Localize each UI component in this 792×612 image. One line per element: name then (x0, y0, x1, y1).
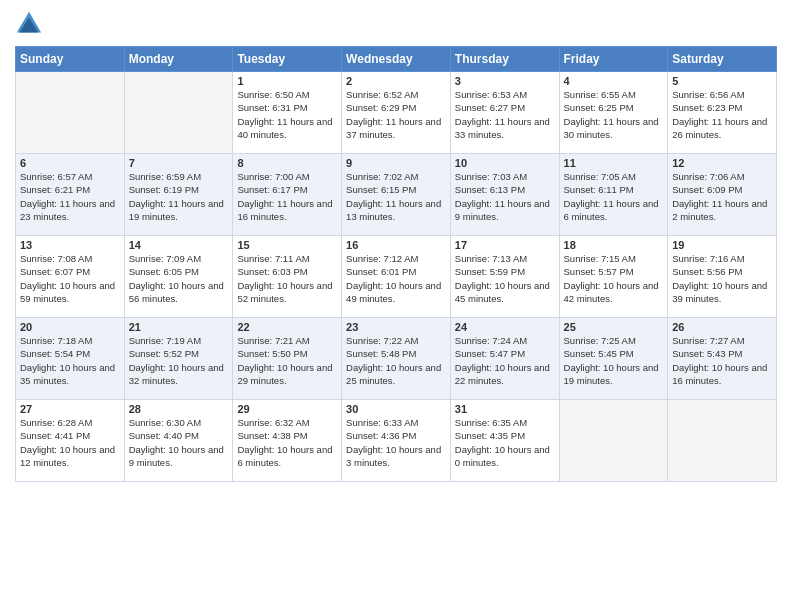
calendar-cell (559, 400, 668, 482)
calendar-cell: 18Sunrise: 7:15 AMSunset: 5:57 PMDayligh… (559, 236, 668, 318)
day-info: Sunrise: 7:13 AMSunset: 5:59 PMDaylight:… (455, 252, 555, 305)
day-number: 4 (564, 75, 664, 87)
calendar-cell: 5Sunrise: 6:56 AMSunset: 6:23 PMDaylight… (668, 72, 777, 154)
calendar-cell: 9Sunrise: 7:02 AMSunset: 6:15 PMDaylight… (342, 154, 451, 236)
calendar-cell: 28Sunrise: 6:30 AMSunset: 4:40 PMDayligh… (124, 400, 233, 482)
calendar-header-sunday: Sunday (16, 47, 125, 72)
calendar-cell: 25Sunrise: 7:25 AMSunset: 5:45 PMDayligh… (559, 318, 668, 400)
day-number: 27 (20, 403, 120, 415)
day-info: Sunrise: 7:05 AMSunset: 6:11 PMDaylight:… (564, 170, 664, 223)
day-number: 5 (672, 75, 772, 87)
day-info: Sunrise: 7:00 AMSunset: 6:17 PMDaylight:… (237, 170, 337, 223)
day-number: 1 (237, 75, 337, 87)
calendar-cell: 2Sunrise: 6:52 AMSunset: 6:29 PMDaylight… (342, 72, 451, 154)
day-number: 22 (237, 321, 337, 333)
day-number: 26 (672, 321, 772, 333)
day-number: 6 (20, 157, 120, 169)
day-info: Sunrise: 7:21 AMSunset: 5:50 PMDaylight:… (237, 334, 337, 387)
calendar-cell: 21Sunrise: 7:19 AMSunset: 5:52 PMDayligh… (124, 318, 233, 400)
calendar-cell: 13Sunrise: 7:08 AMSunset: 6:07 PMDayligh… (16, 236, 125, 318)
day-info: Sunrise: 7:18 AMSunset: 5:54 PMDaylight:… (20, 334, 120, 387)
calendar-cell (124, 72, 233, 154)
day-number: 19 (672, 239, 772, 251)
calendar: SundayMondayTuesdayWednesdayThursdayFrid… (15, 46, 777, 482)
day-number: 29 (237, 403, 337, 415)
calendar-cell (668, 400, 777, 482)
day-info: Sunrise: 7:16 AMSunset: 5:56 PMDaylight:… (672, 252, 772, 305)
calendar-week-4: 20Sunrise: 7:18 AMSunset: 5:54 PMDayligh… (16, 318, 777, 400)
calendar-week-2: 6Sunrise: 6:57 AMSunset: 6:21 PMDaylight… (16, 154, 777, 236)
day-info: Sunrise: 7:25 AMSunset: 5:45 PMDaylight:… (564, 334, 664, 387)
calendar-header-saturday: Saturday (668, 47, 777, 72)
day-number: 16 (346, 239, 446, 251)
calendar-cell: 27Sunrise: 6:28 AMSunset: 4:41 PMDayligh… (16, 400, 125, 482)
day-info: Sunrise: 7:06 AMSunset: 6:09 PMDaylight:… (672, 170, 772, 223)
day-info: Sunrise: 6:32 AMSunset: 4:38 PMDaylight:… (237, 416, 337, 469)
day-info: Sunrise: 6:56 AMSunset: 6:23 PMDaylight:… (672, 88, 772, 141)
calendar-cell: 22Sunrise: 7:21 AMSunset: 5:50 PMDayligh… (233, 318, 342, 400)
calendar-week-5: 27Sunrise: 6:28 AMSunset: 4:41 PMDayligh… (16, 400, 777, 482)
page: SundayMondayTuesdayWednesdayThursdayFrid… (0, 0, 792, 612)
logo (15, 10, 47, 38)
day-number: 21 (129, 321, 229, 333)
day-number: 2 (346, 75, 446, 87)
calendar-week-1: 1Sunrise: 6:50 AMSunset: 6:31 PMDaylight… (16, 72, 777, 154)
calendar-cell: 1Sunrise: 6:50 AMSunset: 6:31 PMDaylight… (233, 72, 342, 154)
day-number: 28 (129, 403, 229, 415)
calendar-cell: 23Sunrise: 7:22 AMSunset: 5:48 PMDayligh… (342, 318, 451, 400)
day-number: 7 (129, 157, 229, 169)
day-info: Sunrise: 6:28 AMSunset: 4:41 PMDaylight:… (20, 416, 120, 469)
calendar-header-wednesday: Wednesday (342, 47, 451, 72)
day-info: Sunrise: 6:50 AMSunset: 6:31 PMDaylight:… (237, 88, 337, 141)
calendar-header-row: SundayMondayTuesdayWednesdayThursdayFrid… (16, 47, 777, 72)
calendar-cell: 6Sunrise: 6:57 AMSunset: 6:21 PMDaylight… (16, 154, 125, 236)
calendar-cell: 26Sunrise: 7:27 AMSunset: 5:43 PMDayligh… (668, 318, 777, 400)
day-info: Sunrise: 6:33 AMSunset: 4:36 PMDaylight:… (346, 416, 446, 469)
day-number: 10 (455, 157, 555, 169)
day-number: 8 (237, 157, 337, 169)
calendar-week-3: 13Sunrise: 7:08 AMSunset: 6:07 PMDayligh… (16, 236, 777, 318)
day-info: Sunrise: 7:19 AMSunset: 5:52 PMDaylight:… (129, 334, 229, 387)
calendar-cell: 12Sunrise: 7:06 AMSunset: 6:09 PMDayligh… (668, 154, 777, 236)
day-info: Sunrise: 7:11 AMSunset: 6:03 PMDaylight:… (237, 252, 337, 305)
calendar-cell (16, 72, 125, 154)
calendar-header-thursday: Thursday (450, 47, 559, 72)
day-info: Sunrise: 7:08 AMSunset: 6:07 PMDaylight:… (20, 252, 120, 305)
calendar-header-tuesday: Tuesday (233, 47, 342, 72)
day-number: 31 (455, 403, 555, 415)
day-number: 23 (346, 321, 446, 333)
day-number: 17 (455, 239, 555, 251)
calendar-header-friday: Friday (559, 47, 668, 72)
day-number: 14 (129, 239, 229, 251)
calendar-cell: 15Sunrise: 7:11 AMSunset: 6:03 PMDayligh… (233, 236, 342, 318)
day-number: 12 (672, 157, 772, 169)
day-info: Sunrise: 7:02 AMSunset: 6:15 PMDaylight:… (346, 170, 446, 223)
day-number: 11 (564, 157, 664, 169)
day-number: 15 (237, 239, 337, 251)
day-info: Sunrise: 7:27 AMSunset: 5:43 PMDaylight:… (672, 334, 772, 387)
day-info: Sunrise: 7:22 AMSunset: 5:48 PMDaylight:… (346, 334, 446, 387)
day-info: Sunrise: 7:12 AMSunset: 6:01 PMDaylight:… (346, 252, 446, 305)
day-info: Sunrise: 7:03 AMSunset: 6:13 PMDaylight:… (455, 170, 555, 223)
day-info: Sunrise: 6:35 AMSunset: 4:35 PMDaylight:… (455, 416, 555, 469)
day-info: Sunrise: 7:09 AMSunset: 6:05 PMDaylight:… (129, 252, 229, 305)
calendar-cell: 7Sunrise: 6:59 AMSunset: 6:19 PMDaylight… (124, 154, 233, 236)
calendar-cell: 3Sunrise: 6:53 AMSunset: 6:27 PMDaylight… (450, 72, 559, 154)
calendar-cell: 4Sunrise: 6:55 AMSunset: 6:25 PMDaylight… (559, 72, 668, 154)
calendar-cell: 24Sunrise: 7:24 AMSunset: 5:47 PMDayligh… (450, 318, 559, 400)
day-info: Sunrise: 6:30 AMSunset: 4:40 PMDaylight:… (129, 416, 229, 469)
calendar-cell: 31Sunrise: 6:35 AMSunset: 4:35 PMDayligh… (450, 400, 559, 482)
day-number: 20 (20, 321, 120, 333)
calendar-cell: 30Sunrise: 6:33 AMSunset: 4:36 PMDayligh… (342, 400, 451, 482)
day-number: 13 (20, 239, 120, 251)
calendar-cell: 19Sunrise: 7:16 AMSunset: 5:56 PMDayligh… (668, 236, 777, 318)
day-number: 9 (346, 157, 446, 169)
day-number: 25 (564, 321, 664, 333)
calendar-cell: 14Sunrise: 7:09 AMSunset: 6:05 PMDayligh… (124, 236, 233, 318)
logo-icon (15, 10, 43, 38)
day-info: Sunrise: 7:24 AMSunset: 5:47 PMDaylight:… (455, 334, 555, 387)
day-info: Sunrise: 6:55 AMSunset: 6:25 PMDaylight:… (564, 88, 664, 141)
calendar-cell: 29Sunrise: 6:32 AMSunset: 4:38 PMDayligh… (233, 400, 342, 482)
day-info: Sunrise: 7:15 AMSunset: 5:57 PMDaylight:… (564, 252, 664, 305)
calendar-cell: 11Sunrise: 7:05 AMSunset: 6:11 PMDayligh… (559, 154, 668, 236)
